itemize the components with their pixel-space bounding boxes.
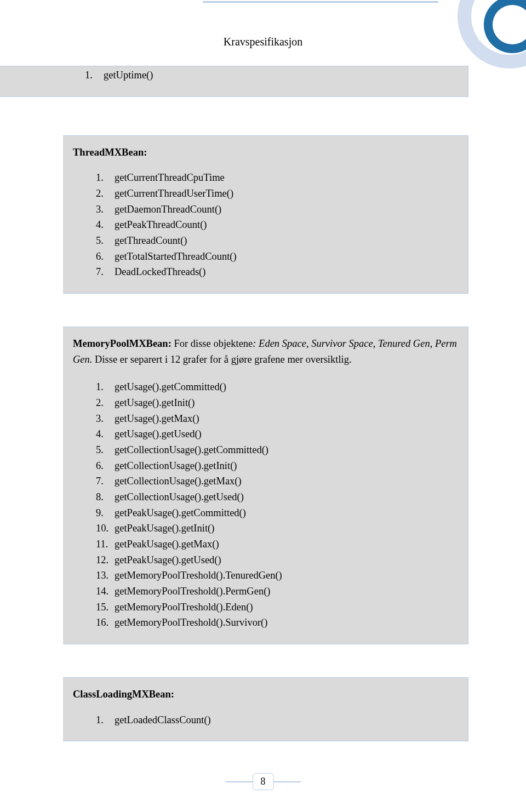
section-uptime: 1.getUptime(): [0, 66, 468, 97]
list-item: 16.getMemoryPoolTreshold().Survivor(): [96, 615, 458, 631]
list-item: 2.getCurrentThreadUserTime(): [96, 186, 458, 202]
section-heading: ThreadMXBean:: [73, 145, 458, 161]
list-item-text: getUsage().getCommitted(): [115, 379, 226, 395]
list-item-text: getUsage().getMax(): [115, 411, 199, 427]
list-item-text: getPeakUsage().getMax(): [115, 536, 219, 552]
section-list: 1.getUsage().getCommitted() 2.getUsage()…: [73, 379, 458, 631]
list-item-text: DeadLockedThreads(): [115, 264, 205, 280]
section-list: 1.getUptime(): [85, 67, 458, 83]
section-heading: ClassLoadingMXBean:: [73, 687, 458, 702]
list-item: 5.getCollectionUsage().getCommitted(): [96, 442, 458, 458]
list-item: 12.getPeakUsage().getUsed(): [96, 552, 458, 568]
list-item-text: getCollectionUsage().getUsed(): [115, 489, 244, 505]
list-item-text: getPeakUsage().getUsed(): [115, 552, 221, 568]
list-item: 13.getMemoryPoolTreshold().TenuredGen(): [96, 568, 458, 584]
list-item: 14.getMemoryPoolTreshold().PermGen(): [96, 584, 458, 599]
list-item-text: getDaemonThreadCount(): [115, 202, 221, 218]
list-item: 9.getPeakUsage().getCommitted(): [96, 505, 458, 521]
section-list: 1.getLoadedClassCount(): [73, 712, 458, 728]
section-heading-bold: ClassLoadingMXBean:: [73, 689, 174, 700]
list-item-text: getThreadCount(): [115, 233, 187, 249]
list-item: 11.getPeakUsage().getMax(): [96, 536, 458, 552]
list-item-text: getCollectionUsage().getMax(): [115, 473, 242, 489]
list-item: 1.getUsage().getCommitted(): [96, 379, 458, 395]
list-item: 1.getCurrentThreadCpuTime: [96, 170, 458, 186]
list-item: 15.getMemoryPoolTreshold().Eden(): [96, 599, 458, 615]
page-footer: 8: [0, 773, 526, 790]
list-item-text: getCurrentThreadCpuTime: [115, 170, 225, 186]
section-heading-bold: MemoryPoolMXBean:: [73, 338, 171, 349]
section-list: 1.getCurrentThreadCpuTime 2.getCurrentTh…: [73, 170, 458, 280]
footer-line-right: [273, 781, 301, 782]
list-item: 6.getCollectionUsage().getInit(): [96, 458, 458, 474]
list-item-text: getMemoryPoolTreshold().Survivor(): [115, 615, 267, 631]
section-classloadingmxbean: ClassLoadingMXBean: 1.getLoadedClassCoun…: [63, 677, 468, 741]
section-heading-after-italic: Disse er separert i 12 grafer for å gjør…: [92, 354, 351, 365]
list-item: 4.getUsage().getUsed(): [96, 426, 458, 442]
list-item: 7.getCollectionUsage().getMax(): [96, 473, 458, 489]
section-heading-bold: ThreadMXBean:: [73, 147, 147, 158]
list-item-text: getUptime(): [104, 67, 153, 83]
list-item-text: getCollectionUsage().getCommitted(): [115, 442, 268, 458]
list-item: 2.getUsage().getInit(): [96, 395, 458, 411]
list-item-text: getUsage().getUsed(): [115, 426, 202, 442]
list-item: 3.getUsage().getMax(): [96, 411, 458, 427]
footer-line-left: [226, 781, 253, 782]
header-accent-line: [203, 1, 438, 3]
list-item: 6.getTotalStartedThreadCount(): [96, 249, 458, 265]
list-item: 3.getDaemonThreadCount(): [96, 202, 458, 218]
list-item-text: getMemoryPoolTreshold().TenuredGen(): [115, 568, 282, 584]
list-item: 8.getCollectionUsage().getUsed(): [96, 489, 458, 505]
list-item-text: getMemoryPoolTreshold().Eden(): [115, 599, 253, 615]
list-item: 5.getThreadCount(): [96, 233, 458, 249]
page-title: Kravspesifikasjon: [0, 36, 526, 48]
page-number: 8: [253, 773, 274, 790]
list-item-text: getUsage().getInit(): [115, 395, 195, 411]
list-item-text: getPeakUsage().getCommitted(): [115, 505, 246, 521]
section-threadmxbean: ThreadMXBean: 1.getCurrentThreadCpuTime …: [63, 135, 468, 294]
list-item-text: getTotalStartedThreadCount(): [115, 249, 237, 265]
list-item-text: getCurrentThreadUserTime(): [115, 186, 233, 202]
section-memorypoolmxbean: MemoryPoolMXBean: For disse objektene: E…: [63, 327, 468, 644]
list-item: 7.DeadLockedThreads(): [96, 264, 458, 280]
list-item: 1.getLoadedClassCount(): [96, 712, 458, 728]
list-item-text: getPeakThreadCount(): [115, 217, 207, 233]
main-content: 1.getUptime() ThreadMXBean: 1.getCurrent…: [63, 66, 468, 741]
list-item: 10.getPeakUsage().getInit(): [96, 521, 458, 536]
list-item: 4.getPeakThreadCount(): [96, 217, 458, 233]
list-item-text: getCollectionUsage().getInit(): [115, 458, 237, 474]
list-item-text: getMemoryPoolTreshold().PermGen(): [115, 584, 271, 599]
list-item-text: getPeakUsage().getInit(): [115, 521, 214, 536]
list-item: 1.getUptime(): [85, 67, 458, 83]
section-heading: MemoryPoolMXBean: For disse objektene: E…: [73, 336, 458, 367]
section-heading-normal: For disse objektene: [171, 338, 253, 349]
list-item-text: getLoadedClassCount(): [115, 712, 211, 728]
